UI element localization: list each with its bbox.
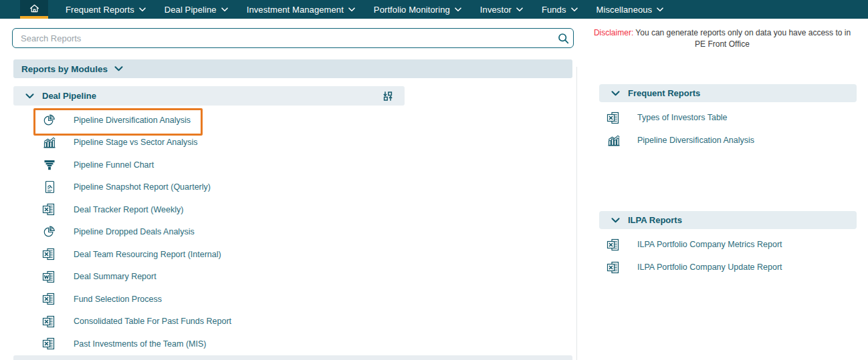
chevron-down-icon [348,7,355,12]
excel-icon [41,248,58,260]
nav-menu-item-label: Deal Pipeline [165,5,217,15]
reports-page: Frequent Reports Deal Pipeline Investmen… [0,0,868,360]
reports-by-modules-header[interactable]: Reports by Modules [13,59,572,78]
reports-by-modules-title: Reports by Modules [21,64,108,74]
report-list-item[interactable]: Fund Selection Process [12,288,574,311]
frequent-reports-section-title: Frequent Reports [628,88,700,98]
collapse-deal-pipeline-chevron[interactable] [25,94,34,99]
report-list-item-label: Deal Team Resourcing Report (Internal) [74,250,221,259]
report-list-item-label: ILPA Portfolio Company Update Report [637,262,782,272]
excel-icon [41,203,58,216]
report-list-item-label: Past Investments of the Team (MIS) [74,339,206,349]
report-list-item[interactable]: ILPA Portfolio Company Metrics Report [599,233,857,256]
report-list-item-label: Pipeline Dropped Deals Analysis [74,227,195,236]
report-list-item-label: Types of Investors Table [637,113,728,122]
report-list-item[interactable]: Pipeline Funnel Chart [12,154,574,176]
excel-icon [606,238,622,251]
word-icon [41,271,58,283]
report-list-item-label: Pipeline Diversification Analysis [74,116,191,125]
excel-icon [41,315,58,328]
report-list-item-label: Deal Tracker Report (Weekly) [74,205,183,214]
nav-menu-item-label: Investment Management [247,5,344,15]
chevron-down-icon [657,7,663,12]
nav-menu-item[interactable]: Investment Management [237,0,364,19]
excel-icon [41,293,58,305]
disclaimer-text: Disclaimer: You can generate reports onl… [588,27,856,50]
frequent-reports-list: Types of Investors Table Pipeline Divers… [599,106,857,152]
pdf-icon [41,180,58,194]
chevron-down-icon [139,7,146,12]
deal-pipeline-section-header: Deal Pipeline [13,86,405,106]
pie-chart-icon [41,114,58,127]
nav-menu: Frequent Reports Deal Pipeline Investmen… [56,0,673,19]
chevron-down-icon [221,7,228,12]
nav-menu-item[interactable]: Investor [471,0,532,19]
excel-icon [606,261,622,274]
chevron-down-icon [114,66,123,71]
collapse-ilpa-reports-chevron[interactable] [611,218,620,223]
deal-pipeline-report-list: Pipeline Diversification Analysis Pipeli… [12,109,574,355]
report-list-item[interactable]: Types of Investors Table [599,106,857,129]
report-list-item[interactable]: Consolidated Table For Past Funds Report [12,311,574,333]
collapse-frequent-reports-chevron[interactable] [611,91,620,96]
bar-chart-icon [41,136,58,148]
chevron-down-icon [455,7,461,12]
report-list-item[interactable]: Pipeline Diversification Analysis [599,129,857,152]
excel-icon [41,337,58,350]
nav-menu-item-label: Portfolio Monitoring [374,5,450,15]
report-list-item-label: Deal Summary Report [74,272,156,281]
next-section-header-partial[interactable] [13,355,572,360]
nav-menu-item[interactable]: Deal Pipeline [155,0,237,19]
report-list-item[interactable]: Deal Tracker Report (Weekly) [12,198,574,221]
nav-menu-item-label: Miscellaneous [596,5,653,15]
report-list-item-label: Consolidated Table For Past Funds Report [74,317,231,326]
chevron-down-icon [571,7,578,12]
search-input[interactable] [13,33,553,43]
report-list-item[interactable]: ILPA Portfolio Company Update Report [599,256,857,279]
report-list-item[interactable]: Pipeline Snapshot Report (Quarterly) [12,176,574,199]
report-list-item-label: ILPA Portfolio Company Metrics Report [637,240,782,249]
excel-icon [606,112,622,124]
pie-chart-icon [41,225,58,238]
nav-menu-item[interactable]: Funds [532,0,587,19]
report-list-item-label: Pipeline Diversification Analysis [637,136,754,145]
nav-menu-item[interactable]: Frequent Reports [56,0,155,19]
chevron-down-icon [516,7,523,12]
frequent-reports-section-header: Frequent Reports [599,84,857,102]
chevron-down-icon [611,91,620,96]
nav-menu-item-label: Investor [480,5,512,15]
report-list-item-label: Pipeline Stage vs Sector Analysis [74,138,198,147]
report-list-item[interactable]: Past Investments of the Team (MIS) [12,333,574,355]
vertical-divider [576,67,577,360]
report-list-item-label: Fund Selection Process [74,295,162,304]
chevron-down-icon [611,218,620,223]
ilpa-reports-section-title: ILPA Reports [628,215,682,225]
report-list-item[interactable]: Pipeline Stage vs Sector Analysis [12,132,574,154]
report-list-item[interactable]: Pipeline Dropped Deals Analysis [12,221,574,244]
nav-menu-item[interactable]: Portfolio Monitoring [364,0,471,19]
bar-chart-icon [606,134,622,146]
home-icon [29,3,40,17]
report-list-item[interactable]: Deal Summary Report [12,266,574,289]
disclaimer-body: You can generate reports only on data yo… [633,28,851,49]
report-list-item-label: Pipeline Funnel Chart [74,160,154,170]
deal-pipeline-section-title: Deal Pipeline [42,91,96,101]
report-list-item[interactable]: Pipeline Diversification Analysis [12,109,574,132]
search-icon[interactable] [553,33,573,44]
ilpa-reports-section-header: ILPA Reports [599,211,857,229]
report-list-item[interactable]: Deal Team Resourcing Report (Internal) [12,243,574,266]
nav-menu-item-label: Funds [542,5,566,15]
nav-menu-item-label: Frequent Reports [66,5,134,15]
search-bar [12,28,574,48]
ilpa-reports-list: ILPA Portfolio Company Metrics Report IL… [599,233,857,279]
sort-icon[interactable] [379,87,397,105]
nav-menu-item[interactable]: Miscellaneous [587,0,673,19]
disclaimer-label: Disclaimer: [594,28,633,37]
chevron-down-icon [25,94,34,99]
report-list-item-label: Pipeline Snapshot Report (Quarterly) [74,182,211,192]
funnel-icon [41,159,58,171]
top-nav: Frequent Reports Deal Pipeline Investmen… [0,0,868,19]
home-tab[interactable] [20,0,48,19]
